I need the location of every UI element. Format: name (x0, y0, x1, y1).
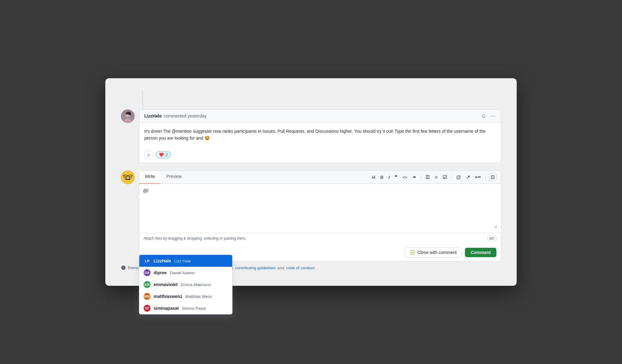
toolbar-mention[interactable]: @ (455, 174, 462, 181)
comment-1-time: commented yesterday (164, 113, 207, 118)
editor-textarea-wrap: @l (139, 184, 501, 233)
toolbar-divider-2 (451, 175, 452, 180)
toolbar-unordered-list[interactable]: ☰ (424, 174, 431, 181)
autocomplete-item-siminapasat[interactable]: SPsiminapasatSimina Pasat (139, 302, 232, 314)
autocomplete-item-LizzHale[interactable]: LHLizzHaleLizz Hale (139, 255, 232, 267)
toolbar-link[interactable]: ⚭ (411, 174, 418, 181)
info-icon (121, 265, 126, 270)
ac-avatar-dipree: DA (144, 269, 151, 276)
toolbar-undo[interactable]: ↩ ▾ (474, 174, 482, 181)
toolbar-italic[interactable]: I (387, 174, 391, 180)
ac-username-dipree: dipree (154, 270, 167, 275)
avatar-lizzHale (121, 109, 135, 123)
more-options-icon[interactable]: ··· (490, 113, 496, 119)
toolbar-bold[interactable]: B (379, 174, 385, 180)
comment-1-header-left: LizzHale commented yesterday (144, 113, 207, 118)
toolbar-code[interactable]: <> (401, 174, 409, 180)
ac-fullname-dipree: Daniel Adams (170, 271, 195, 275)
autocomplete-item-dipree[interactable]: DAdipreeDaniel Adams (139, 267, 232, 279)
ac-username-LizzHale: LizzHale (154, 258, 171, 263)
ac-username-emmaviolet: emmaviolet (154, 282, 178, 287)
ac-avatar-emmaviolet: EM (144, 281, 151, 288)
ac-username-matthiaswenz: matthiaswenz (154, 294, 182, 299)
ac-avatar-LizzHale: LH (144, 257, 151, 264)
contributing-guidelines-link[interactable]: contributing guidelines (235, 266, 275, 270)
autocomplete-item-emmaviolet[interactable]: EMemmavioletEmma Makinson (139, 279, 232, 290)
comment-1-header: LizzHale commented yesterday ☺ ··· (139, 110, 501, 123)
avatar-bot: 🤓 (121, 170, 135, 184)
comment-1-header-right: ☺ ··· (481, 113, 496, 119)
avatar-svg (121, 109, 135, 123)
editor-box: Write Preview H B I ❝ <> ⚭ ☰ ≡ ☑ @ ↗ (139, 170, 501, 261)
heart-count: 2 (165, 152, 168, 157)
toolbar-divider-3 (485, 175, 486, 180)
heart-emoji: ❤️ (159, 152, 164, 157)
editor-top-bar: Write Preview H B I ❝ <> ⚭ ☰ ≡ ☑ @ ↗ (139, 171, 501, 184)
comment-1-body: It's done! The @mention suggester now ra… (139, 123, 501, 147)
toolbar-quote[interactable]: ❝ (393, 174, 399, 181)
attach-text: Attach files by dragging & dropping, sel… (144, 236, 246, 241)
editor-footer: Attach files by dragging & dropping, sel… (139, 233, 501, 244)
footer-and: and (277, 266, 284, 270)
comment-1-author: LizzHale (144, 113, 162, 118)
editor-toolbar: H B I ❝ <> ⚭ ☰ ≡ ☑ @ ↗ ↩ ▾ ⊡ (187, 171, 501, 184)
main-window: LizzHale commented yesterday ☺ ··· It's … (105, 78, 517, 286)
toolbar-heading[interactable]: H (371, 174, 377, 180)
tab-preview[interactable]: Preview (160, 171, 187, 184)
markdown-icon: MD (487, 236, 496, 241)
ac-avatar-siminapasat: SP (144, 305, 151, 312)
code-of-conduct-link[interactable]: code of conduct (286, 266, 315, 270)
ac-fullname-siminapasat: Simina Pasat (182, 306, 206, 311)
comment-1-box: LizzHale commented yesterday ☺ ··· It's … (139, 109, 501, 163)
comment-submit-button[interactable]: Comment (465, 248, 496, 257)
timeline-line (142, 91, 143, 109)
autocomplete-dropdown: LHLizzHaleLizz HaleDAdipreeDaniel AdamsE… (139, 255, 232, 314)
emoji-reaction-icon[interactable]: ☺ (481, 113, 486, 119)
ac-fullname-emmaviolet: Emma Makinson (181, 282, 211, 287)
toolbar-ordered-list[interactable]: ≡ (433, 174, 439, 181)
comment-1-reactions: ☺ ❤️ 2 (139, 146, 501, 163)
close-with-comment-button[interactable]: Close with comment (405, 247, 462, 257)
editor-tabs: Write Preview (139, 171, 187, 184)
comment-block-1: LizzHale commented yesterday ☺ ··· It's … (121, 109, 501, 163)
ac-fullname-matthiaswenz: Matthias Wenz (185, 294, 212, 299)
comment-1-text: It's done! The @mention suggester now ra… (144, 129, 486, 141)
tab-write[interactable]: Write (139, 171, 160, 184)
close-with-comment-label: Close with comment (417, 250, 457, 255)
autocomplete-item-matthiaswenz[interactable]: MWmatthiaswenzMatthias Wenz (139, 290, 232, 302)
add-reaction-button[interactable]: ☺ (144, 150, 153, 159)
toolbar-task-list[interactable]: ☑ (441, 174, 448, 181)
toolbar-expand[interactable]: ⊡ (489, 173, 496, 181)
ac-avatar-matthiaswenz: MW (144, 293, 151, 300)
footer-period: . (317, 266, 318, 270)
ac-username-siminapasat: siminapasat (154, 306, 179, 311)
editor-block: 🤓 Write Preview H B I ❝ <> ⚭ ☰ ≡ (121, 170, 501, 261)
ac-fullname-LizzHale: Lizz Hale (174, 259, 191, 263)
heart-reaction-button[interactable]: ❤️ 2 (156, 151, 171, 158)
editor-textarea[interactable]: @l (143, 188, 497, 228)
toolbar-divider-1 (421, 175, 421, 180)
close-icon (410, 250, 415, 255)
toolbar-ref[interactable]: ↗ (465, 174, 471, 181)
